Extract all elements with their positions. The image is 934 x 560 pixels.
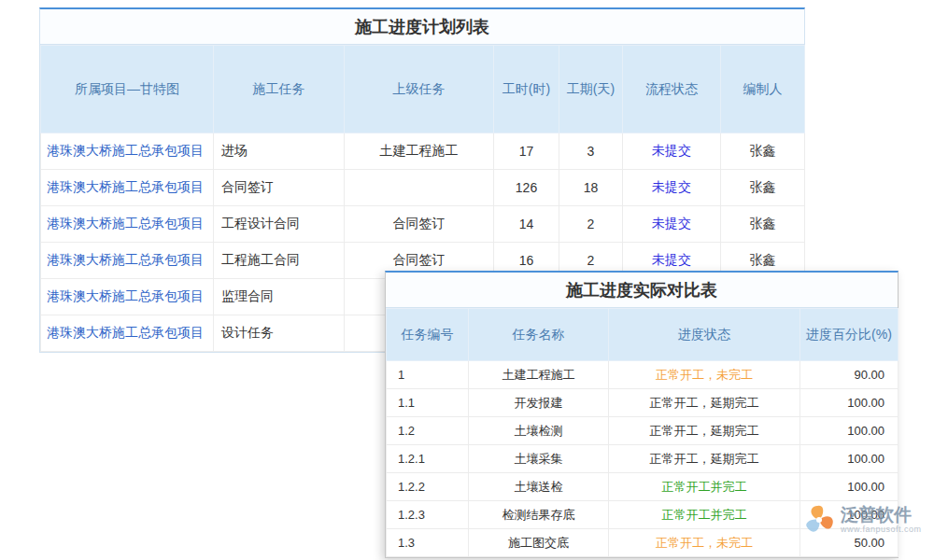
parent-task-cell: 土建工程施工 [345, 133, 494, 170]
table-row: 港珠澳大桥施工总承包项目 工程设计合同 合同签订 14 2 未提交 张鑫 [41, 206, 805, 243]
project-link[interactable]: 港珠澳大桥施工总承包项目 [41, 133, 214, 170]
parent-task-cell [345, 170, 494, 206]
project-link[interactable]: 港珠澳大桥施工总承包项目 [41, 243, 214, 279]
table-row: 1.2.3 检测结果存底 正常开工并完工 100.00 [387, 501, 899, 529]
col-header-flow-status: 流程状态 [623, 46, 721, 133]
task-name-cell: 检测结果存底 [469, 501, 609, 529]
progress-percent-cell: 100.00 [800, 501, 899, 529]
progress-percent-cell: 100.00 [800, 417, 899, 445]
col-header-author: 编制人 [721, 46, 805, 133]
plan-table-title: 施工进度计划列表 [40, 9, 804, 45]
task-cell: 监理合同 [214, 279, 345, 315]
parent-task-cell: 合同签订 [345, 206, 494, 243]
author-cell: 张鑫 [721, 170, 805, 206]
compare-table-title: 施工进度实际对比表 [386, 273, 898, 308]
progress-status-cell: 正常开工，未完工 [609, 361, 800, 389]
progress-status-cell: 正常开工，延期完工 [609, 417, 800, 445]
task-name-cell: 施工图交底 [469, 529, 609, 557]
flow-status-link[interactable]: 未提交 [623, 133, 721, 170]
table-row: 1 土建工程施工 正常开工，未完工 90.00 [387, 361, 899, 389]
task-no-cell: 1.1 [387, 389, 469, 417]
progress-status-cell: 正常开工并完工 [609, 473, 800, 501]
task-name-cell: 土壤检测 [469, 417, 609, 445]
project-link[interactable]: 港珠澳大桥施工总承包项目 [41, 170, 214, 206]
days-cell: 2 [559, 206, 623, 243]
col-header-hours: 工时(时) [494, 46, 559, 133]
table-row: 1.2.1 土壤采集 正常开工，延期完工 100.00 [387, 445, 899, 473]
col-header-parent-task: 上级任务 [345, 46, 494, 133]
table-row: 港珠澳大桥施工总承包项目 合同签订 126 18 未提交 张鑫 [41, 170, 805, 206]
author-cell: 张鑫 [721, 206, 805, 243]
table-row: 港珠澳大桥施工总承包项目 进场 土建工程施工 17 3 未提交 张鑫 [41, 133, 805, 170]
days-cell: 3 [559, 133, 623, 170]
compare-header-row: 任务编号 任务名称 进度状态 进度百分比(%) [387, 309, 899, 361]
table-row: 1.1 开发报建 正常开工，延期完工 100.00 [387, 389, 899, 417]
task-cell: 进场 [214, 133, 345, 170]
col-header-task-no: 任务编号 [387, 309, 469, 361]
flow-status-link[interactable]: 未提交 [623, 206, 721, 243]
progress-percent-cell: 100.00 [800, 389, 899, 417]
task-cell: 工程设计合同 [214, 206, 345, 243]
col-header-progress-percent: 进度百分比(%) [800, 309, 899, 361]
task-name-cell: 土壤送检 [469, 473, 609, 501]
progress-percent-cell: 100.00 [800, 445, 899, 473]
author-cell: 张鑫 [721, 133, 805, 170]
progress-percent-cell: 90.00 [800, 361, 899, 389]
project-link[interactable]: 港珠澳大桥施工总承包项目 [41, 206, 214, 243]
progress-percent-cell: 50.00 [800, 529, 899, 557]
task-no-cell: 1.2 [387, 417, 469, 445]
flow-status-link[interactable]: 未提交 [623, 170, 721, 206]
col-header-project: 所属项目—甘特图 [41, 46, 214, 133]
progress-status-cell: 正常开工，未完工 [609, 529, 800, 557]
hours-cell: 126 [494, 170, 559, 206]
task-no-cell: 1.3 [387, 529, 469, 557]
days-cell: 18 [559, 170, 623, 206]
task-no-cell: 1.2.2 [387, 473, 469, 501]
task-name-cell: 土建工程施工 [469, 361, 609, 389]
table-row: 1.2 土壤检测 正常开工，延期完工 100.00 [387, 417, 899, 445]
progress-percent-cell: 100.00 [800, 473, 899, 501]
project-link[interactable]: 港珠澳大桥施工总承包项目 [41, 315, 214, 352]
compare-table-card: 施工进度实际对比表 任务编号 任务名称 进度状态 进度百分比(%) 1 土建工程… [385, 271, 899, 558]
col-header-task: 施工任务 [214, 46, 345, 133]
project-link[interactable]: 港珠澳大桥施工总承包项目 [41, 279, 214, 315]
progress-status-cell: 正常开工，延期完工 [609, 445, 800, 473]
task-no-cell: 1.2.3 [387, 501, 469, 529]
progress-status-cell: 正常开工并完工 [609, 501, 800, 529]
task-cell: 合同签订 [214, 170, 345, 206]
task-cell: 工程施工合同 [214, 243, 345, 279]
col-header-task-name: 任务名称 [469, 309, 609, 361]
task-no-cell: 1 [387, 361, 469, 389]
task-cell: 设计任务 [214, 315, 345, 352]
task-name-cell: 开发报建 [469, 389, 609, 417]
table-row: 1.3 施工图交底 正常开工，未完工 50.00 [387, 529, 899, 557]
hours-cell: 14 [494, 206, 559, 243]
table-row: 1.2.2 土壤送检 正常开工并完工 100.00 [387, 473, 899, 501]
progress-status-cell: 正常开工，延期完工 [609, 389, 800, 417]
col-header-days: 工期(天) [559, 46, 623, 133]
compare-table: 任务编号 任务名称 进度状态 进度百分比(%) 1 土建工程施工 正常开工，未完… [386, 308, 899, 557]
task-no-cell: 1.2.1 [387, 445, 469, 473]
plan-header-row: 所属项目—甘特图 施工任务 上级任务 工时(时) 工期(天) 流程状态 编制人 [41, 46, 805, 133]
hours-cell: 17 [494, 133, 559, 170]
col-header-progress-status: 进度状态 [609, 309, 800, 361]
task-name-cell: 土壤采集 [469, 445, 609, 473]
